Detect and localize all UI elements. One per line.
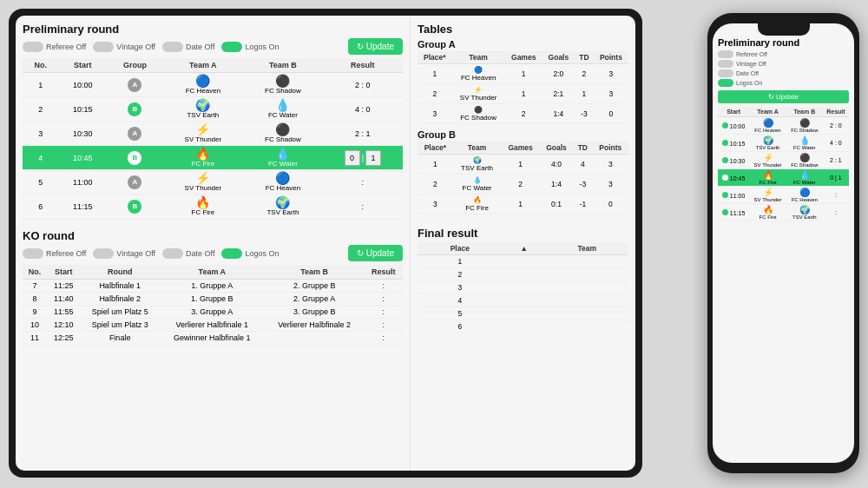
right-panel: Tables Group A Place* Team Games Goals T… — [410, 16, 635, 471]
col-result: Result — [323, 58, 403, 73]
ko-update-button[interactable]: ↻ Update — [348, 245, 403, 261]
ko-date-control: Date Off — [162, 248, 214, 259]
match-row-6: 6 11:15 B 🔥FC Fire 🌍TSV Earth : — [23, 195, 403, 219]
final-result-table: Place ▲ Team 1 2 3 4 5 — [418, 242, 628, 333]
phone-vintage-toggle[interactable] — [718, 60, 733, 68]
tables-title: Tables — [418, 23, 628, 36]
team-a-6: 🔥FC Fire — [167, 196, 240, 216]
date-toggle[interactable] — [162, 42, 183, 52]
phone-referee-toggle[interactable] — [718, 50, 733, 58]
final-result-header: Place ▲ Team — [418, 242, 628, 255]
phone-device: Preliminary round Referee Off Vintage Of… — [707, 13, 859, 473]
phone-update-icon: ↻ — [768, 93, 774, 101]
team-b-3: ⚫FC Shadow — [247, 123, 319, 143]
final-row-3: 3 — [418, 281, 628, 294]
team-b-5: 🔵FC Heaven — [247, 172, 319, 192]
tablet-screen: Preliminary round Referee Off Vintage Of… — [16, 16, 635, 471]
phone-date-toggle[interactable] — [718, 69, 733, 77]
final-result-title: Final result — [418, 227, 628, 240]
score-input-4[interactable]: | — [345, 150, 381, 166]
match-row-1: 1 10:00 A 🔵FC Heaven ⚫FC Shadow 2 : 0 — [23, 73, 403, 97]
phone-table-header: Start Team A Team B Result — [718, 107, 849, 117]
tables-section: Tables Group A Place* Team Games Goals T… — [418, 23, 628, 214]
ko-table: No. Start Round Team A Team B Result — [23, 265, 403, 345]
ko-referee-toggle[interactable] — [23, 248, 43, 259]
group-badge-b4: B — [128, 151, 141, 165]
left-panel: Preliminary round Referee Off Vintage Of… — [16, 16, 410, 471]
phone-row-6: 11:15 🔥FC Fire 🌍TSV Earth : — [718, 204, 849, 221]
team-b-2: 💧FC Water — [247, 99, 319, 119]
group-badge-b2: B — [128, 102, 141, 116]
phone-vintage-control: Vintage Off — [718, 60, 849, 68]
match-row-4-active: 4 10:45 B 🔥FC Fire 💧FC Water | — [23, 146, 403, 170]
ko-title: KO round — [23, 229, 403, 242]
group-a-header: Place* Team Games Goals TD Points — [418, 51, 628, 64]
ko-table-header: No. Start Round Team A Team B Result — [23, 265, 403, 280]
ko-logos-control: Logos On — [221, 248, 279, 259]
team-b-4: 💧FC Water — [247, 148, 319, 168]
referee-control: Referee Off — [23, 42, 86, 52]
team-b-6: 🌍TSV Earth — [247, 196, 319, 216]
phone-update-button[interactable]: ↻ Update — [718, 90, 849, 103]
ko-controls: Referee Off Vintage Off Date Off — [23, 245, 403, 261]
group-b-row-3: 3 🔥FC Fire 1 0:1 -1 0 — [418, 195, 628, 214]
final-row-5: 5 — [418, 307, 628, 320]
preliminary-table: No. Start Group Team A Team B Result — [23, 58, 403, 219]
phone-preliminary-title: Preliminary round — [718, 37, 849, 48]
phone-controls: Referee Off Vintage Off Date Off Logos O… — [718, 50, 849, 87]
vintage-label: Vintage Off — [116, 43, 155, 51]
vintage-toggle[interactable] — [93, 42, 114, 52]
group-a-title: Group A — [418, 39, 628, 49]
group-badge-a5: A — [128, 175, 141, 189]
score-b-4[interactable] — [365, 150, 381, 166]
group-b-header: Place* Team Games Goals TD Points — [418, 142, 628, 155]
ko-row-9: 9 11:55 Spiel um Platz 5 3. Gruppe A 3. … — [23, 306, 403, 319]
group-a-row-3: 3 ⚫FC Shadow 2 1:4 -3 0 — [418, 104, 628, 124]
group-b-table: Place* Team Games Goals TD Points — [418, 142, 628, 214]
final-row-6: 6 — [418, 320, 628, 333]
logos-toggle[interactable] — [221, 42, 242, 52]
phone-referee-control: Referee Off — [718, 50, 849, 58]
ko-update-icon: ↻ — [357, 248, 364, 258]
phone-match-table: Start Team A Team B Result 10:00 🔵FC Hea… — [718, 107, 849, 221]
ko-row-10: 10 12:10 Spiel um Platz 3 Verlierer Halb… — [23, 319, 403, 332]
col-group: Group — [107, 58, 162, 73]
ko-date-toggle[interactable] — [162, 248, 183, 259]
team-a-3: ⚡SV Thunder — [167, 123, 240, 143]
phone-row-3: 10:30 ⚡SV Thunder ⚫FC Shadow 2 : 1 — [718, 152, 849, 169]
team-a-4: 🔥FC Fire — [167, 148, 240, 168]
col-start: Start — [58, 58, 107, 73]
referee-label: Referee Off — [46, 43, 86, 51]
group-badge-b6: B — [128, 200, 141, 214]
date-label: Date Off — [186, 43, 214, 51]
phone-notch — [758, 23, 810, 36]
group-a-row-2: 2 ⚡SV Thunder 1 2:1 1 3 — [418, 84, 628, 104]
update-icon: ↻ — [357, 42, 364, 51]
group-b-row-1: 1 🌍TSV Earth 1 4:0 4 3 — [418, 155, 628, 175]
final-row-4: 4 — [418, 294, 628, 307]
ko-vintage-toggle[interactable] — [93, 248, 114, 259]
vintage-control: Vintage Off — [93, 42, 155, 52]
preliminary-update-button[interactable]: ↻ Update — [348, 38, 403, 55]
preliminary-controls: Referee Off Vintage Off Date Off — [23, 38, 403, 55]
col-no: No. — [23, 58, 58, 73]
team-a-2: 🌍TSV Earth — [167, 99, 240, 119]
group-a-table: Place* Team Games Goals TD Points — [418, 51, 628, 124]
referee-toggle[interactable] — [23, 42, 43, 52]
phone-logos-toggle[interactable] — [718, 79, 733, 87]
preliminary-title: Preliminary round — [23, 23, 403, 36]
final-result-section: Final result Place ▲ Team 1 — [418, 227, 628, 333]
phone-row-4-active: 10:45 🔥FC Fire 💧FC Water 0 | 1 — [718, 169, 849, 187]
ko-row-7: 7 11:25 Halbfinale 1 1. Gruppe A 2. Grup… — [23, 280, 403, 293]
match-row-3: 3 10:30 A ⚡SV Thunder ⚫FC Shadow 2 : 1 — [23, 122, 403, 146]
ko-logos-toggle[interactable] — [221, 248, 242, 259]
ko-vintage-control: Vintage Off — [93, 248, 155, 259]
group-a-row-1: 1 🔵FC Heaven 1 2:0 2 3 — [418, 64, 628, 84]
score-a-4[interactable] — [345, 150, 360, 166]
phone-date-control: Date Off — [718, 69, 849, 77]
col-team-a: Team A — [163, 58, 244, 73]
logos-control: Logos On — [221, 42, 279, 52]
phone-row-1: 10:00 🔵FC Heaven ⚫FC Shadow 2 : 0 — [718, 117, 849, 135]
phone-row-5: 11:00 ⚡SV Thunder 🔵FC Heaven : — [718, 187, 849, 204]
match-row-2: 2 10:15 B 🌍TSV Earth 💧FC Water 4 : 0 — [23, 97, 403, 122]
